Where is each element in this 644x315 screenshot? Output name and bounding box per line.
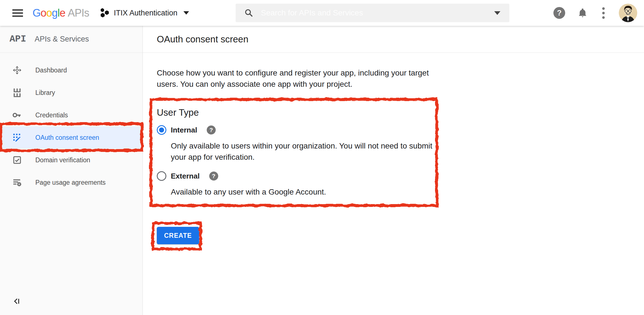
domain-verification-icon — [12, 156, 22, 164]
collapse-sidebar-icon — [13, 297, 21, 305]
chevron-down-icon — [183, 11, 189, 15]
search-icon — [244, 8, 254, 18]
user-type-section: User Type Internal ? Only available to u… — [157, 107, 644, 198]
google-logo-word: Google — [33, 7, 65, 19]
main-content: OAuth consent screen Choose how you want… — [143, 26, 644, 315]
api-logo: API — [10, 34, 26, 44]
sidebar-item-domain-verification[interactable]: Domain verification — [0, 149, 142, 171]
help-icon[interactable]: ? — [553, 7, 565, 19]
sidebar-nav: Dashboard Library — [0, 53, 142, 194]
sidebar-item-oauth-consent-screen[interactable]: OAuth consent screen — [0, 126, 142, 149]
sidebar-title: APIs & Services — [34, 35, 89, 44]
notifications-bell-icon — [577, 7, 588, 19]
external-description: Available to any user with a Google Acco… — [171, 186, 446, 198]
sidebar-item-library[interactable]: Library — [0, 81, 142, 104]
search-dropdown-chevron-icon[interactable] — [494, 11, 500, 15]
google-apis-logo[interactable]: Google APIs — [33, 7, 89, 19]
google-cloud-console: Google APIs ITIX Authentication ? — [0, 0, 644, 315]
main-header: OAuth consent screen — [143, 26, 644, 53]
search-input[interactable] — [261, 8, 494, 17]
radio-option-internal[interactable]: Internal ? — [157, 125, 644, 135]
sidebar-item-page-usage-agreements[interactable]: Page usage agreements — [0, 171, 142, 194]
hamburger-menu-icon[interactable] — [12, 8, 23, 19]
google-logo-apis: APIs — [68, 7, 89, 19]
sidebar-item-credentials[interactable]: Credentials — [0, 104, 142, 126]
radio-external[interactable] — [157, 171, 166, 181]
dashboard-icon — [12, 65, 22, 75]
help-internal-icon[interactable]: ? — [207, 125, 216, 134]
avatar-cartoon-image — [619, 4, 637, 22]
user-avatar[interactable] — [619, 4, 637, 22]
collapse-sidebar-button[interactable] — [13, 297, 21, 307]
key-icon — [12, 112, 22, 118]
oauth-consent-icon — [12, 133, 22, 142]
search-bar[interactable] — [236, 4, 509, 22]
topbar-actions: ? — [553, 0, 637, 26]
page-title: OAuth consent screen — [157, 34, 249, 45]
radio-option-external[interactable]: External ? — [157, 171, 644, 181]
project-hexagons-icon — [100, 8, 109, 18]
top-app-bar: Google APIs ITIX Authentication ? — [0, 0, 644, 26]
create-button[interactable]: CREATE — [157, 227, 199, 244]
intro-text: Choose how you want to configure and reg… — [157, 67, 437, 90]
notifications-button[interactable] — [577, 7, 588, 19]
sidebar-item-dashboard[interactable]: Dashboard — [0, 59, 142, 81]
library-icon — [12, 88, 22, 97]
internal-description: Only available to users within your orga… — [171, 140, 446, 163]
user-type-heading: User Type — [157, 107, 644, 118]
sidebar: API APIs & Services Dashboard — [0, 26, 143, 315]
radio-internal[interactable] — [157, 125, 166, 135]
sidebar-header: API APIs & Services — [0, 26, 142, 53]
more-vertical-icon[interactable] — [600, 7, 607, 19]
project-selector[interactable]: ITIX Authentication — [100, 8, 189, 18]
help-external-icon[interactable]: ? — [209, 172, 218, 181]
project-name: ITIX Authentication — [114, 9, 178, 17]
page-usage-agreements-icon — [12, 178, 22, 187]
